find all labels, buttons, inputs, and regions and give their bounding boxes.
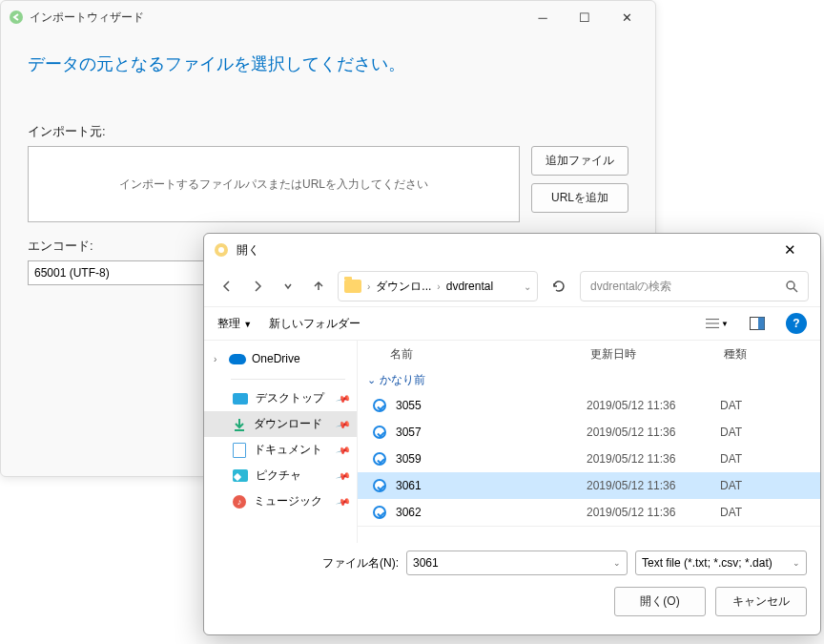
chevron-down-icon[interactable]: ⌄ — [524, 281, 531, 292]
help-button[interactable]: ? — [786, 313, 807, 334]
pictures-icon — [233, 469, 248, 482]
column-header-date[interactable]: 更新日時 — [590, 346, 724, 363]
view-mode-button[interactable]: ▼ — [706, 312, 729, 335]
desktop-icon — [233, 393, 248, 405]
add-url-button[interactable]: URLを追加 — [531, 183, 628, 213]
sidebar-item-label: ミュージック — [254, 493, 322, 509]
breadcrumb[interactable]: › ダウンロ... › dvdrental ⌄ — [338, 271, 538, 301]
data-file-icon — [373, 506, 386, 519]
column-header-name[interactable]: 名前 — [390, 346, 590, 363]
encoding-value: 65001 (UTF-8) — [34, 266, 110, 280]
file-name: 3057 — [396, 426, 587, 439]
filetype-select[interactable]: Text file (*.txt; *.csv; *.dat) ⌄ — [635, 551, 807, 575]
filename-label: ファイル名(N): — [217, 555, 399, 571]
svg-point-0 — [10, 10, 23, 24]
file-type: DAT — [720, 399, 811, 412]
sidebar-item-desktop[interactable]: デスクトップ 📌 — [204, 385, 357, 411]
sidebar-item-label: OneDrive — [252, 352, 300, 365]
file-list[interactable]: かなり前 3055 2019/05/12 11:36 DAT 3057 2019… — [358, 368, 820, 527]
sidebar-item-label: ダウンロード — [254, 416, 322, 432]
new-folder-button[interactable]: 新しいフォルダー — [269, 316, 360, 332]
file-name: 3061 — [396, 479, 587, 492]
file-date: 2019/05/12 11:36 — [587, 426, 720, 439]
file-name: 3062 — [396, 506, 587, 519]
file-date: 2019/05/12 11:36 — [587, 506, 720, 519]
cancel-button[interactable]: キャンセル — [715, 587, 807, 616]
action-row: 開く(O) キャンセル — [217, 587, 807, 616]
divider — [231, 379, 345, 380]
chevron-right-icon: › — [437, 281, 440, 292]
group-header[interactable]: かなり前 — [358, 368, 820, 392]
sidebar-item-pictures[interactable]: ピクチャ 📌 — [204, 463, 357, 488]
dialog-title: 開く — [237, 242, 769, 259]
nav-row: › ダウンロ... › dvdrental ⌄ dvdrentalの検索 — [204, 266, 820, 306]
svg-point-2 — [218, 247, 224, 253]
minimize-button[interactable]: ─ — [522, 3, 564, 31]
chevron-right-icon: › — [367, 281, 370, 292]
file-list-headers: 名前 更新日時 種類 — [358, 341, 820, 368]
search-input[interactable]: dvdrentalの検索 — [580, 271, 809, 301]
svg-line-4 — [793, 288, 797, 292]
file-row[interactable]: 3057 2019/05/12 11:36 DAT — [358, 419, 820, 446]
nav-recent-button[interactable] — [277, 275, 299, 298]
pin-icon: 📌 — [336, 443, 351, 458]
data-file-icon — [373, 452, 386, 466]
file-type: DAT — [720, 426, 811, 439]
chevron-down-icon[interactable]: ⌄ — [613, 558, 621, 568]
refresh-button[interactable] — [546, 273, 572, 300]
search-placeholder: dvdrentalの検索 — [590, 279, 671, 295]
filetype-value: Text file (*.txt; *.csv; *.dat) — [642, 556, 772, 570]
add-file-button[interactable]: 追加ファイル — [531, 146, 628, 176]
file-date: 2019/05/12 11:36 — [587, 399, 720, 412]
file-row[interactable]: 3062 2019/05/12 11:36 DAT — [358, 499, 820, 526]
pin-icon: 📌 — [336, 391, 351, 406]
file-row[interactable]: 3061 2019/05/12 11:36 DAT — [358, 472, 820, 499]
svg-point-3 — [787, 281, 794, 289]
sidebar-item-label: ドキュメント — [254, 442, 322, 458]
dialog-titlebar: 開く ✕ — [204, 234, 820, 266]
data-file-icon — [373, 479, 386, 492]
nav-forward-button[interactable] — [246, 275, 269, 298]
search-icon — [785, 280, 798, 293]
close-button[interactable]: ✕ — [606, 3, 648, 31]
import-source-placeholder: インポートするファイルパスまたはURLを入力してください — [119, 177, 428, 193]
sidebar-item-onedrive[interactable]: › OneDrive — [204, 346, 357, 371]
chevron-right-icon[interactable]: › — [214, 354, 223, 364]
import-source-input[interactable]: インポートするファイルパスまたはURLを入力してください — [28, 146, 520, 222]
nav-back-button[interactable] — [216, 275, 238, 298]
dialog-close-button[interactable]: ✕ — [769, 236, 811, 264]
wizard-app-icon — [9, 10, 24, 25]
sidebar-item-downloads[interactable]: ダウンロード 📌 — [204, 411, 357, 437]
nav-up-button[interactable] — [307, 275, 330, 298]
dialog-footer: ファイル名(N): 3061 ⌄ Text file (*.txt; *.csv… — [204, 543, 820, 624]
breadcrumb-part-2[interactable]: dvdrental — [446, 280, 493, 293]
file-row[interactable]: 3059 2019/05/12 11:36 DAT — [358, 446, 820, 472]
svg-rect-9 — [758, 318, 765, 330]
open-button[interactable]: 開く(O) — [614, 587, 706, 616]
wizard-heading: データの元となるファイルを選択してください。 — [28, 52, 628, 75]
onedrive-icon — [229, 354, 246, 364]
pin-icon: 📌 — [336, 494, 351, 509]
file-row[interactable]: 3055 2019/05/12 11:36 DAT — [358, 392, 820, 419]
file-type: DAT — [720, 452, 811, 466]
sidebar-item-label: ピクチャ — [256, 467, 301, 484]
pin-icon: 📌 — [336, 468, 351, 484]
sidebar-item-documents[interactable]: ドキュメント 📌 — [204, 437, 357, 463]
document-icon — [233, 443, 246, 458]
wizard-titlebar: インポートウィザード ─ ☐ ✕ — [1, 1, 655, 33]
sidebar-item-music[interactable]: ♪ ミュージック 📌 — [204, 488, 357, 514]
file-date: 2019/05/12 11:36 — [587, 479, 720, 492]
file-list-area: 名前 更新日時 種類 かなり前 3055 2019/05/12 11:36 DA… — [357, 341, 820, 543]
preview-pane-button[interactable] — [746, 312, 769, 335]
file-name: 3059 — [396, 452, 587, 466]
filename-input[interactable]: 3061 ⌄ — [406, 551, 628, 575]
file-date: 2019/05/12 11:36 — [587, 452, 720, 466]
data-file-icon — [373, 426, 386, 439]
wizard-title: インポートウィザード — [30, 10, 522, 26]
filename-row: ファイル名(N): 3061 ⌄ Text file (*.txt; *.csv… — [217, 551, 807, 575]
breadcrumb-part-1[interactable]: ダウンロ... — [376, 279, 431, 295]
column-header-type[interactable]: 種類 — [724, 346, 811, 363]
organize-menu[interactable]: 整理 ▼ — [217, 316, 252, 332]
chevron-down-icon: ⌄ — [793, 558, 800, 568]
maximize-button[interactable]: ☐ — [564, 3, 606, 31]
